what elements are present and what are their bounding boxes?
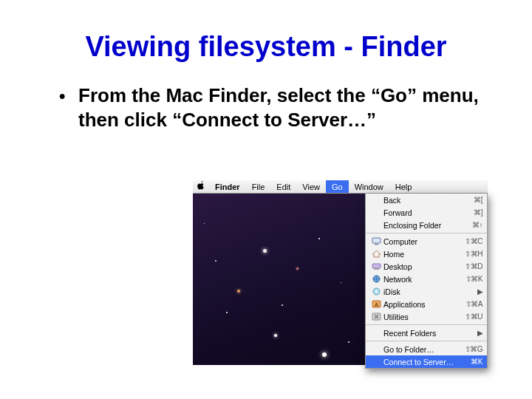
mac-wallpaper (193, 194, 365, 365)
apple-menu-icon[interactable] (193, 181, 209, 192)
menubar-item-edit[interactable]: Edit (270, 180, 296, 193)
menu-home[interactable]: Home ⇧⌘H (366, 248, 487, 260)
menubar-item-file[interactable]: File (246, 180, 271, 193)
menu-item-label: Forward (382, 208, 474, 217)
menu-forward[interactable]: Forward ⌘] (366, 206, 487, 219)
mac-menubar: Finder File Edit View Go Window Help (193, 180, 488, 194)
menu-separator (366, 341, 487, 341)
menu-item-label: Utilities (382, 313, 465, 321)
bullet-item: • From the Mac Finder, select the “Go” m… (59, 83, 488, 132)
menu-item-label: Enclosing Folder (382, 221, 472, 230)
bullet-list: • From the Mac Finder, select the “Go” m… (0, 83, 532, 132)
menu-item-label: Recent Folders (382, 329, 477, 338)
menubar-item-go[interactable]: Go (326, 180, 349, 193)
menu-item-label: Connect to Server… (382, 358, 471, 366)
menubar-item-view[interactable]: View (296, 180, 326, 193)
menu-applications[interactable]: A Applications ⇧⌘A (366, 298, 487, 310)
bullet-dot: • (59, 85, 65, 107)
menu-item-shortcut: ⇧⌘G (465, 345, 482, 353)
mac-desktop-area: Back ⌘[ Forward ⌘] Enclosing Folder ⌘↑ C… (193, 194, 488, 365)
menu-item-shortcut: ⌘↑ (472, 221, 482, 229)
menu-go-to-folder[interactable]: Go to Folder… ⇧⌘G (366, 343, 487, 355)
utilities-icon (370, 313, 382, 321)
menu-network[interactable]: Network ⇧⌘K (366, 273, 487, 285)
menu-separator (366, 233, 487, 233)
computer-icon (370, 237, 382, 245)
menu-item-label: Desktop (382, 262, 465, 271)
svg-rect-1 (375, 244, 378, 245)
svg-rect-4 (374, 269, 379, 270)
go-menu-dropdown: Back ⌘[ Forward ⌘] Enclosing Folder ⌘↑ C… (365, 194, 488, 369)
menu-item-shortcut: ⇧⌘D (465, 262, 482, 270)
menu-separator (366, 324, 487, 325)
home-icon (370, 250, 382, 258)
menu-item-shortcut: ⇧⌘U (465, 313, 482, 321)
svg-rect-3 (372, 264, 381, 268)
network-icon (370, 275, 382, 283)
menu-idisk[interactable]: iDisk ▶ (366, 285, 487, 298)
svg-point-7 (375, 290, 378, 293)
menu-recent-folders[interactable]: Recent Folders ▶ (366, 327, 487, 339)
submenu-arrow-icon: ▶ (477, 329, 483, 337)
menu-item-shortcut: ⇧⌘K (466, 275, 482, 283)
menubar-item-window[interactable]: Window (349, 180, 389, 193)
menu-item-shortcut: ⇧⌘C (465, 237, 482, 245)
menu-utilities[interactable]: Utilities ⇧⌘U (366, 310, 487, 323)
idisk-icon (370, 287, 382, 296)
menu-item-label: Applications (382, 300, 466, 309)
menubar-app-name[interactable]: Finder (209, 180, 246, 193)
menu-item-label: Home (382, 250, 465, 259)
menu-item-label: Go to Folder… (382, 345, 465, 354)
menu-back[interactable]: Back ⌘[ (366, 194, 487, 206)
slide-title: Viewing filesystem - Finder (0, 0, 532, 83)
menu-item-shortcut: ⌘[ (474, 196, 482, 204)
menu-item-shortcut: ⌘] (474, 208, 482, 216)
menu-connect-to-server[interactable]: Connect to Server… ⌘K (366, 355, 487, 368)
menu-computer[interactable]: Computer ⇧⌘C (366, 235, 487, 248)
bullet-text: From the Mac Finder, select the “Go” men… (78, 83, 488, 132)
svg-text:A: A (374, 302, 378, 307)
submenu-arrow-icon: ▶ (477, 287, 483, 296)
menu-item-shortcut: ⌘K (471, 358, 482, 366)
svg-marker-2 (372, 250, 381, 257)
mac-screenshot: Finder File Edit View Go Window Help Bac… (193, 180, 488, 365)
menu-item-label: Network (382, 275, 466, 284)
menu-item-label: Back (382, 196, 474, 205)
menu-item-label: Computer (382, 237, 465, 246)
menu-enclosing-folder[interactable]: Enclosing Folder ⌘↑ (366, 219, 487, 231)
menu-item-shortcut: ⇧⌘A (466, 300, 482, 308)
applications-icon: A (370, 300, 382, 308)
desktop-icon (370, 262, 382, 270)
menu-desktop[interactable]: Desktop ⇧⌘D (366, 260, 487, 273)
menu-item-shortcut: ⇧⌘H (465, 250, 482, 258)
menubar-item-help[interactable]: Help (389, 180, 418, 193)
svg-rect-0 (372, 238, 381, 243)
menu-item-label: iDisk (382, 287, 477, 296)
